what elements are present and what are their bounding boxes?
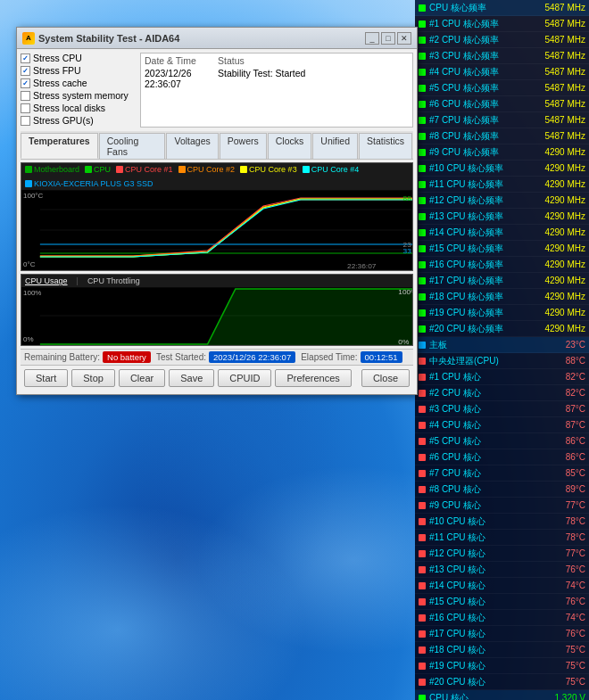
rp-bullet	[419, 534, 426, 541]
rp-value: 4290 MHz	[544, 276, 585, 285]
rp-label: #12 CPU 核心	[429, 548, 562, 560]
check-label: Stress cache	[33, 78, 87, 88]
rp-label: #7 CPU 核心	[429, 467, 562, 480]
rp-bullet	[419, 598, 426, 605]
rp-bullet	[419, 470, 426, 477]
info-panel: Date & Time Status 2023/12/26 22:36:07 S…	[140, 53, 413, 128]
rp-value: 85°C	[566, 468, 585, 478]
rp-row-26: #4 CPU 核心87°C	[415, 417, 589, 433]
maximize-button[interactable]: □	[381, 32, 395, 45]
rp-label: #2 CPU 核心频率	[429, 34, 541, 46]
rp-row-28: #6 CPU 核心86°C	[415, 449, 589, 465]
legend-color	[25, 166, 32, 173]
checkbox[interactable]	[21, 91, 30, 101]
check-stress-fpu[interactable]: ✓ Stress FPU	[21, 65, 137, 76]
tab-unified[interactable]: Unified	[312, 133, 358, 159]
rp-label: #15 CPU 核心	[429, 596, 562, 608]
rp-value: 4290 MHz	[544, 163, 585, 173]
legend-motherboard: Motherboard	[25, 165, 79, 174]
rp-value: 82°C	[566, 372, 585, 382]
tab-clocks[interactable]: Clocks	[268, 133, 312, 159]
rp-value: 5487 MHz	[544, 131, 585, 141]
tab-powers[interactable]: Powers	[220, 133, 267, 159]
checkbox[interactable]	[21, 116, 30, 126]
rp-row-2: #2 CPU 核心频率5487 MHz	[415, 32, 589, 48]
checkbox[interactable]	[21, 103, 30, 113]
rp-value: 5487 MHz	[544, 83, 585, 93]
clear-button[interactable]: Clear	[119, 369, 165, 387]
checkbox[interactable]: ✓	[21, 78, 30, 88]
rp-label: #5 CPU 核心频率	[429, 82, 541, 95]
legend-label: CPU Core #2	[187, 165, 236, 174]
rp-value: 5487 MHz	[544, 19, 585, 29]
minimize-button[interactable]: _	[365, 32, 379, 45]
rp-bullet	[419, 261, 426, 268]
app-icon: A	[22, 32, 35, 45]
rp-row-3: #3 CPU 核心频率5487 MHz	[415, 48, 589, 64]
check-stress-gpu[interactable]: Stress GPU(s)	[21, 115, 137, 126]
rp-bullet	[419, 454, 426, 461]
cpuid-button[interactable]: CPUID	[218, 369, 271, 387]
rp-row-39: #17 CPU 核心76°C	[415, 626, 589, 642]
rp-label: #1 CPU 核心频率	[429, 18, 541, 30]
aida-window: A System Stability Test - AIDA64 _ □ ✕ ✓…	[16, 27, 418, 395]
rp-row-5: #5 CPU 核心频率5487 MHz	[415, 80, 589, 96]
tab-cooling-fans[interactable]: Cooling Fans	[99, 133, 166, 159]
save-button[interactable]: Save	[169, 369, 214, 387]
legend-core4: CPU Core #4	[303, 165, 360, 174]
content-area: ✓ Stress CPU ✓ Stress FPU ✓ Stress cache…	[17, 49, 417, 394]
check-stress-cpu[interactable]: ✓ Stress CPU	[21, 53, 137, 63]
title-left: A System Stability Test - AIDA64	[22, 32, 179, 45]
tab-cpu-usage[interactable]: CPU Usage	[25, 276, 68, 285]
rp-bullet	[419, 325, 426, 333]
rp-value: 74°C	[566, 581, 585, 590]
rp-bullet	[419, 21, 426, 28]
tab-statistics[interactable]: Statistics	[359, 133, 412, 159]
checkbox[interactable]: ✓	[21, 54, 30, 63]
rp-value: 23°C	[566, 340, 585, 350]
start-button[interactable]: Start	[24, 369, 68, 387]
rp-row-21: 主板23°C	[415, 337, 589, 353]
rp-label: #7 CPU 核心频率	[429, 114, 541, 127]
close-button[interactable]: ✕	[397, 32, 411, 45]
legend-cpu: CPU	[85, 165, 111, 174]
rp-value: 82°C	[566, 388, 585, 398]
rp-bullet	[419, 245, 426, 252]
svg-text:100%: 100%	[398, 288, 412, 296]
tab-cpu-throttling[interactable]: CPU Throttling	[87, 276, 140, 285]
rp-row-33: #11 CPU 核心78°C	[415, 530, 589, 546]
test-started-label: Test Started:	[156, 352, 206, 362]
rp-value: 1.320 V	[555, 693, 585, 700]
rp-row-35: #13 CPU 核心76°C	[415, 562, 589, 578]
rp-row-6: #6 CPU 核心频率5487 MHz	[415, 96, 589, 112]
legend-label: KIOXIA-EXCERIA PLUS G3 SSD	[34, 179, 153, 188]
rp-value: 4290 MHz	[544, 259, 585, 269]
checkbox[interactable]: ✓	[21, 66, 30, 76]
stop-button[interactable]: Stop	[71, 369, 115, 387]
check-stress-cache[interactable]: ✓ Stress cache	[21, 78, 137, 88]
rp-label: #4 CPU 核心	[429, 419, 562, 432]
rp-label: #9 CPU 核心	[429, 499, 562, 512]
rp-row-19: #19 CPU 核心频率4290 MHz	[415, 305, 589, 321]
legend-label: Motherboard	[34, 165, 79, 174]
rp-bullet	[419, 309, 426, 317]
rp-row-43: CPU 核心1.320 V	[415, 690, 589, 700]
rp-label: #4 CPU 核心频率	[429, 66, 541, 78]
rp-row-31: #9 CPU 核心77°C	[415, 498, 589, 514]
tab-temperatures[interactable]: Temperatures	[21, 133, 98, 159]
check-label: Stress FPU	[33, 65, 81, 76]
rp-row-9: #9 CPU 核心频率4290 MHz	[415, 144, 589, 161]
rp-label: #14 CPU 核心频率	[429, 226, 541, 239]
rp-bullet	[419, 438, 426, 445]
rp-value: 5487 MHz	[544, 51, 585, 61]
rp-label: #13 CPU 核心频率	[429, 210, 541, 223]
rp-bullet	[419, 165, 426, 172]
status-value: Stability Test: Started	[218, 68, 409, 89]
rp-value: 87°C	[566, 404, 585, 414]
check-stress-disks[interactable]: Stress local disks	[21, 103, 137, 113]
tab-voltages[interactable]: Voltages	[166, 133, 218, 159]
close-button[interactable]: Close	[361, 369, 410, 387]
statusbar: Remaining Battery: No battery Test Start…	[21, 349, 413, 365]
check-stress-memory[interactable]: Stress system memory	[21, 90, 137, 101]
preferences-button[interactable]: Preferences	[275, 369, 351, 387]
